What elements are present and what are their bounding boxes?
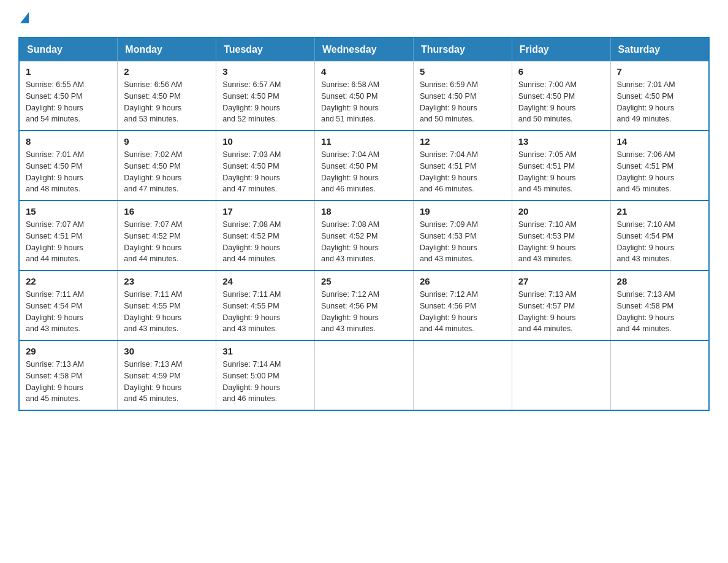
day-number: 21	[617, 206, 702, 216]
day-info: Sunrise: 7:08 AM Sunset: 4:52 PM Dayligh…	[222, 219, 308, 265]
calendar-day-cell: 22 Sunrise: 7:11 AM Sunset: 4:54 PM Dayl…	[19, 270, 118, 340]
calendar-day-cell: 7 Sunrise: 7:01 AM Sunset: 4:50 PM Dayli…	[610, 61, 709, 131]
day-info: Sunrise: 7:12 AM Sunset: 4:56 PM Dayligh…	[420, 289, 506, 335]
day-of-week-header: Monday	[118, 37, 216, 61]
day-of-week-header: Tuesday	[216, 37, 315, 61]
calendar-day-cell: 19 Sunrise: 7:09 AM Sunset: 4:53 PM Dayl…	[413, 201, 512, 270]
day-info: Sunrise: 7:11 AM Sunset: 4:55 PM Dayligh…	[222, 289, 308, 335]
day-info: Sunrise: 7:13 AM Sunset: 4:58 PM Dayligh…	[26, 359, 111, 405]
day-number: 11	[321, 136, 407, 147]
day-info: Sunrise: 7:11 AM Sunset: 4:54 PM Dayligh…	[26, 289, 111, 335]
day-number: 12	[420, 136, 506, 147]
calendar-day-cell	[315, 340, 414, 410]
day-of-week-header: Sunday	[19, 37, 118, 61]
day-info: Sunrise: 7:08 AM Sunset: 4:52 PM Dayligh…	[321, 219, 407, 265]
day-number: 31	[222, 346, 308, 356]
calendar-week-row: 15 Sunrise: 7:07 AM Sunset: 4:51 PM Dayl…	[19, 201, 709, 270]
day-info: Sunrise: 7:10 AM Sunset: 4:53 PM Dayligh…	[518, 219, 604, 265]
day-info: Sunrise: 6:56 AM Sunset: 4:50 PM Dayligh…	[124, 79, 210, 125]
day-number: 16	[124, 206, 210, 216]
calendar-day-cell: 13 Sunrise: 7:05 AM Sunset: 4:51 PM Dayl…	[512, 131, 610, 201]
day-info: Sunrise: 7:13 AM Sunset: 4:58 PM Dayligh…	[617, 289, 702, 335]
day-number: 25	[321, 276, 407, 286]
day-number: 4	[321, 66, 407, 77]
logo	[18, 12, 29, 25]
calendar-day-cell: 16 Sunrise: 7:07 AM Sunset: 4:52 PM Dayl…	[118, 201, 216, 270]
day-info: Sunrise: 7:04 AM Sunset: 4:50 PM Dayligh…	[321, 149, 407, 195]
calendar-day-cell: 14 Sunrise: 7:06 AM Sunset: 4:51 PM Dayl…	[610, 131, 709, 201]
day-number: 14	[617, 136, 702, 147]
calendar-day-cell: 28 Sunrise: 7:13 AM Sunset: 4:58 PM Dayl…	[610, 270, 709, 340]
day-number: 5	[420, 66, 506, 77]
day-info: Sunrise: 7:06 AM Sunset: 4:51 PM Dayligh…	[617, 149, 702, 195]
day-info: Sunrise: 7:14 AM Sunset: 5:00 PM Dayligh…	[222, 359, 308, 405]
calendar-day-cell: 9 Sunrise: 7:02 AM Sunset: 4:50 PM Dayli…	[118, 131, 216, 201]
calendar-day-cell: 20 Sunrise: 7:10 AM Sunset: 4:53 PM Dayl…	[512, 201, 610, 270]
calendar-day-cell	[512, 340, 610, 410]
day-of-week-header: Friday	[512, 37, 610, 61]
day-number: 18	[321, 206, 407, 216]
day-info: Sunrise: 7:10 AM Sunset: 4:54 PM Dayligh…	[617, 219, 702, 265]
calendar-header-row: SundayMondayTuesdayWednesdayThursdayFrid…	[19, 37, 709, 61]
day-info: Sunrise: 7:09 AM Sunset: 4:53 PM Dayligh…	[420, 219, 506, 265]
page-header	[18, 12, 710, 25]
calendar-day-cell: 2 Sunrise: 6:56 AM Sunset: 4:50 PM Dayli…	[118, 61, 216, 131]
day-number: 30	[124, 346, 210, 356]
day-info: Sunrise: 7:01 AM Sunset: 4:50 PM Dayligh…	[26, 149, 111, 195]
calendar-week-row: 22 Sunrise: 7:11 AM Sunset: 4:54 PM Dayl…	[19, 270, 709, 340]
day-info: Sunrise: 7:12 AM Sunset: 4:56 PM Dayligh…	[321, 289, 407, 335]
calendar-week-row: 29 Sunrise: 7:13 AM Sunset: 4:58 PM Dayl…	[19, 340, 709, 410]
day-number: 17	[222, 206, 308, 216]
calendar-day-cell: 1 Sunrise: 6:55 AM Sunset: 4:50 PM Dayli…	[19, 61, 118, 131]
calendar-day-cell	[610, 340, 709, 410]
day-number: 22	[26, 276, 111, 286]
day-of-week-header: Thursday	[413, 37, 512, 61]
calendar-day-cell: 17 Sunrise: 7:08 AM Sunset: 4:52 PM Dayl…	[216, 201, 315, 270]
logo-triangle-icon	[20, 12, 29, 23]
day-number: 9	[124, 136, 210, 147]
day-info: Sunrise: 7:13 AM Sunset: 4:57 PM Dayligh…	[518, 289, 604, 335]
day-number: 7	[617, 66, 702, 77]
calendar-day-cell: 4 Sunrise: 6:58 AM Sunset: 4:50 PM Dayli…	[315, 61, 414, 131]
calendar-day-cell: 21 Sunrise: 7:10 AM Sunset: 4:54 PM Dayl…	[610, 201, 709, 270]
calendar-table: SundayMondayTuesdayWednesdayThursdayFrid…	[18, 37, 710, 411]
day-info: Sunrise: 7:07 AM Sunset: 4:52 PM Dayligh…	[124, 219, 210, 265]
day-of-week-header: Wednesday	[315, 37, 414, 61]
calendar-day-cell: 29 Sunrise: 7:13 AM Sunset: 4:58 PM Dayl…	[19, 340, 118, 410]
calendar-day-cell: 18 Sunrise: 7:08 AM Sunset: 4:52 PM Dayl…	[315, 201, 414, 270]
day-info: Sunrise: 7:11 AM Sunset: 4:55 PM Dayligh…	[124, 289, 210, 335]
day-number: 1	[26, 66, 111, 77]
day-info: Sunrise: 6:57 AM Sunset: 4:50 PM Dayligh…	[222, 79, 308, 125]
day-number: 6	[518, 66, 604, 77]
day-info: Sunrise: 7:01 AM Sunset: 4:50 PM Dayligh…	[617, 79, 702, 125]
day-number: 10	[222, 136, 308, 147]
calendar-day-cell: 6 Sunrise: 7:00 AM Sunset: 4:50 PM Dayli…	[512, 61, 610, 131]
day-info: Sunrise: 7:13 AM Sunset: 4:59 PM Dayligh…	[124, 359, 210, 405]
day-number: 3	[222, 66, 308, 77]
calendar-day-cell: 25 Sunrise: 7:12 AM Sunset: 4:56 PM Dayl…	[315, 270, 414, 340]
calendar-week-row: 1 Sunrise: 6:55 AM Sunset: 4:50 PM Dayli…	[19, 61, 709, 131]
calendar-day-cell: 3 Sunrise: 6:57 AM Sunset: 4:50 PM Dayli…	[216, 61, 315, 131]
calendar-day-cell: 12 Sunrise: 7:04 AM Sunset: 4:51 PM Dayl…	[413, 131, 512, 201]
day-info: Sunrise: 6:59 AM Sunset: 4:50 PM Dayligh…	[420, 79, 506, 125]
day-info: Sunrise: 7:03 AM Sunset: 4:50 PM Dayligh…	[222, 149, 308, 195]
calendar-day-cell: 10 Sunrise: 7:03 AM Sunset: 4:50 PM Dayl…	[216, 131, 315, 201]
day-info: Sunrise: 6:55 AM Sunset: 4:50 PM Dayligh…	[26, 79, 111, 125]
day-number: 23	[124, 276, 210, 286]
day-number: 8	[26, 136, 111, 147]
day-info: Sunrise: 7:02 AM Sunset: 4:50 PM Dayligh…	[124, 149, 210, 195]
calendar-day-cell	[413, 340, 512, 410]
day-info: Sunrise: 7:05 AM Sunset: 4:51 PM Dayligh…	[518, 149, 604, 195]
calendar-day-cell: 27 Sunrise: 7:13 AM Sunset: 4:57 PM Dayl…	[512, 270, 610, 340]
calendar-week-row: 8 Sunrise: 7:01 AM Sunset: 4:50 PM Dayli…	[19, 131, 709, 201]
calendar-day-cell: 30 Sunrise: 7:13 AM Sunset: 4:59 PM Dayl…	[118, 340, 216, 410]
day-number: 15	[26, 206, 111, 216]
calendar-day-cell: 5 Sunrise: 6:59 AM Sunset: 4:50 PM Dayli…	[413, 61, 512, 131]
calendar-day-cell: 8 Sunrise: 7:01 AM Sunset: 4:50 PM Dayli…	[19, 131, 118, 201]
day-number: 2	[124, 66, 210, 77]
day-number: 28	[617, 276, 702, 286]
day-info: Sunrise: 7:07 AM Sunset: 4:51 PM Dayligh…	[26, 219, 111, 265]
calendar-day-cell: 23 Sunrise: 7:11 AM Sunset: 4:55 PM Dayl…	[118, 270, 216, 340]
day-info: Sunrise: 7:00 AM Sunset: 4:50 PM Dayligh…	[518, 79, 604, 125]
calendar-day-cell: 11 Sunrise: 7:04 AM Sunset: 4:50 PM Dayl…	[315, 131, 414, 201]
